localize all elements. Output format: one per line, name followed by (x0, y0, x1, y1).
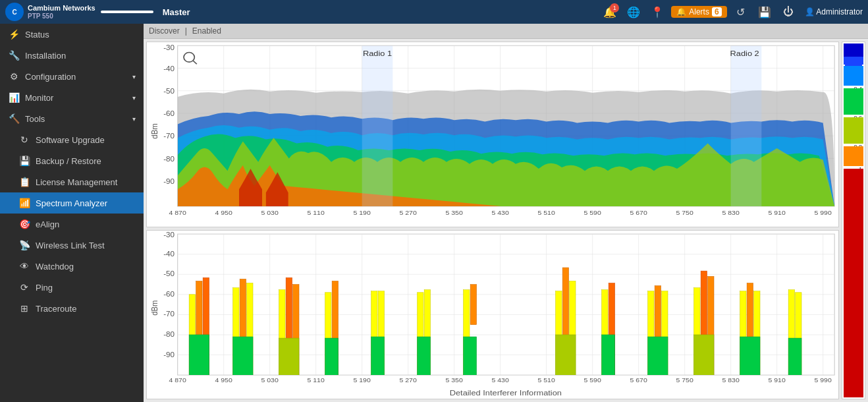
svg-text:4 950: 4 950 (215, 209, 233, 215)
svg-text:5 830: 5 830 (722, 377, 740, 384)
color-scale: 0.4 0.6 0.8 1 (842, 42, 865, 399)
monitor-arrow: ▾ (132, 94, 136, 101)
svg-text:-60: -60 (163, 291, 175, 298)
bell-icon: 🔔 (676, 7, 686, 16)
sidebar-label-configuration: Configuration (25, 72, 127, 82)
svg-text:5 670: 5 670 (630, 377, 648, 384)
sidebar-label-wireless-link-test: Wireless Link Test (36, 241, 136, 250)
chart-topbar: Discover | Enabled (144, 24, 868, 39)
sidebar-label-software-upgrade: Software Upgrade (36, 135, 136, 145)
svg-rect-90 (371, 337, 385, 375)
scale-red (844, 169, 863, 397)
svg-rect-111 (694, 335, 714, 375)
svg-text:5 430: 5 430 (492, 377, 510, 384)
svg-text:5 030: 5 030 (261, 209, 279, 215)
sidebar-label-status: Status (25, 30, 136, 40)
sidebar: ⚡ Status 🔧 Installation ⚙ Configuration … (0, 24, 144, 402)
svg-text:5 510: 5 510 (538, 209, 556, 215)
svg-text:-70: -70 (163, 132, 175, 140)
sidebar-item-monitor[interactable]: 📊 Monitor ▾ (0, 87, 144, 108)
sidebar-item-software-upgrade[interactable]: ↻ Software Upgrade (0, 129, 144, 150)
alerts-label: Alerts (689, 7, 709, 16)
svg-text:-90: -90 (163, 177, 175, 185)
svg-text:5 590: 5 590 (584, 209, 602, 215)
sidebar-item-status[interactable]: ⚡ Status (0, 24, 144, 45)
svg-text:Radio 2: Radio 2 (730, 49, 759, 57)
sidebar-item-installation[interactable]: 🔧 Installation (0, 45, 144, 66)
svg-text:-60: -60 (163, 110, 175, 117)
topbar-label2: Enabled (192, 26, 221, 36)
monitor-icon: 📊 (8, 92, 20, 103)
configuration-icon: ⚙ (8, 71, 20, 82)
sidebar-item-license-management[interactable]: 📋 License Management (0, 171, 144, 192)
installation-icon: 🔧 (8, 50, 20, 61)
notification-badge: 1 (610, 3, 619, 13)
sidebar-item-spectrum-analyzer[interactable]: 📶 Spectrum Analyzer (0, 192, 144, 214)
sidebar-label-installation: Installation (25, 51, 136, 61)
svg-text:-30: -30 (163, 231, 175, 239)
sidebar-item-ping[interactable]: ⟳ Ping (0, 277, 144, 298)
sidebar-label-backup-restore: Backup / Restore (36, 156, 136, 166)
sidebar-item-configuration[interactable]: ⚙ Configuration ▾ (0, 66, 144, 87)
svg-text:5 270: 5 270 (400, 209, 418, 215)
sidebar-label-monitor: Monitor (25, 93, 127, 103)
sidebar-item-ealign[interactable]: 🎯 eAlign (0, 214, 144, 235)
undo-button[interactable]: ↺ (731, 3, 751, 21)
svg-text:dBm: dBm (150, 123, 160, 138)
notification-button[interactable]: 🔔 1 (600, 3, 620, 21)
heatmap-chart: Radio 1 Radio 2 -30 -40 -50 -60 -70 (146, 42, 839, 227)
sidebar-item-traceroute[interactable]: ⊞ Traceroute (0, 298, 144, 319)
model-name: PTP 550 (28, 13, 95, 20)
svg-text:5 830: 5 830 (722, 209, 740, 215)
svg-text:5 430: 5 430 (492, 209, 510, 215)
save-button[interactable]: 💾 (755, 3, 774, 21)
globe-icon-button[interactable]: 🌐 (624, 3, 643, 21)
license-icon: 📋 (18, 177, 30, 187)
svg-rect-22 (362, 45, 393, 206)
heatmap-svg: Radio 1 Radio 2 -30 -40 -50 -60 -70 (147, 42, 838, 227)
master-label: Master (163, 7, 190, 17)
svg-text:dBm: dBm (150, 301, 160, 316)
sidebar-label-traceroute: Traceroute (36, 304, 136, 314)
sidebar-item-wireless-link-test[interactable]: 📡 Wireless Link Test (0, 235, 144, 256)
tools-icon: 🔨 (8, 113, 20, 124)
software-upgrade-icon: ↻ (18, 134, 30, 145)
svg-text:Radio 1: Radio 1 (363, 49, 392, 57)
power-button[interactable]: ⏻ (778, 3, 798, 21)
svg-text:5 590: 5 590 (584, 377, 602, 384)
status-icon: ⚡ (8, 29, 20, 40)
svg-rect-95 (470, 285, 476, 325)
scale-blue-mid (844, 66, 863, 86)
svg-text:4 870: 4 870 (169, 377, 187, 384)
svg-text:5 110: 5 110 (308, 209, 325, 215)
sidebar-item-watchdog[interactable]: 👁 Watchdog (0, 256, 144, 277)
svg-text:5 190: 5 190 (354, 377, 371, 384)
svg-rect-80 (233, 337, 253, 375)
ealign-icon: 🎯 (18, 219, 30, 229)
spectrum-icon: 📶 (18, 198, 30, 208)
watchdog-icon: 👁 (18, 261, 30, 272)
sidebar-item-backup-restore[interactable]: 💾 Backup / Restore (0, 150, 144, 171)
backup-restore-icon: 💾 (18, 156, 30, 166)
svg-rect-24 (731, 45, 762, 206)
bar-chart: -30 -40 -50 -60 -70 -80 -90 dBm 4 870 4 … (146, 230, 839, 399)
ping-icon: ⟳ (18, 282, 30, 293)
scale-orange (844, 146, 863, 166)
alerts-button[interactable]: 🔔 Alerts 6 (671, 6, 726, 18)
tools-arrow: ▾ (132, 115, 136, 123)
sidebar-item-tools[interactable]: 🔨 Tools ▾ (0, 108, 144, 129)
svg-text:5 750: 5 750 (676, 209, 694, 215)
logo-icon: C (5, 3, 24, 21)
svg-rect-103 (602, 335, 615, 375)
svg-rect-107 (648, 337, 668, 375)
topbar-separator: | (185, 26, 187, 36)
svg-text:4 950: 4 950 (215, 377, 233, 384)
location-icon-button[interactable]: 📍 (647, 3, 667, 21)
scale-blue (844, 57, 863, 65)
device-name-field[interactable] (101, 11, 153, 13)
svg-text:5 510: 5 510 (538, 377, 556, 384)
svg-rect-100 (556, 335, 576, 375)
svg-text:-80: -80 (163, 155, 175, 162)
svg-rect-93 (418, 337, 431, 375)
svg-rect-76 (189, 335, 209, 375)
